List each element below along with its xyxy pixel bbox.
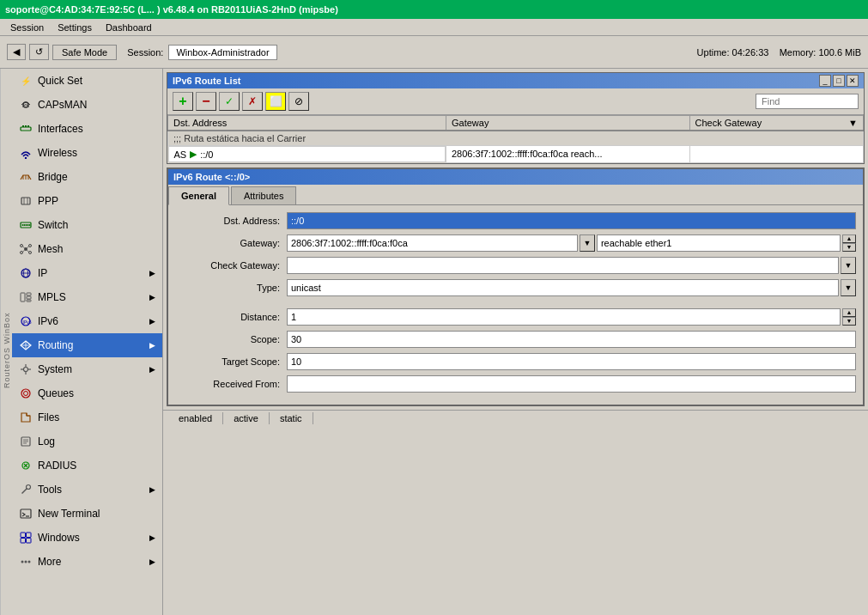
svg-point-22 (29, 252, 32, 254)
form-row-type: Type: ▼ (175, 279, 856, 296)
received-from-label: Received From: (175, 379, 287, 389)
form-row-gateway: Gateway: ▼ ▲ ▼ (175, 234, 856, 252)
back-button[interactable]: ◀ (7, 44, 26, 60)
gateway-spinner-up[interactable]: ▲ (842, 234, 856, 243)
sidebar-item-more[interactable]: More ▶ (12, 550, 162, 574)
sidebar-item-radius[interactable]: RADIUS (12, 454, 162, 478)
tab-attributes[interactable]: Attributes (231, 186, 296, 204)
sidebar-label-ipv6: IPv6 (38, 315, 58, 327)
check-route-button[interactable]: ✓ (219, 92, 240, 111)
sidebar-item-new-terminal[interactable]: New Terminal (12, 502, 162, 526)
svg-rect-2 (22, 125, 24, 127)
target-scope-input[interactable] (287, 353, 856, 370)
sidebar-item-tools[interactable]: Tools ▶ (12, 478, 162, 502)
sidebar-item-wireless[interactable]: Wireless (12, 141, 162, 165)
forward-button[interactable]: ↺ (29, 44, 49, 60)
menu-bar: Session Settings Dashboard (0, 19, 868, 36)
sidebar-item-system[interactable]: System ▶ (12, 357, 162, 381)
check-gateway-input[interactable] (287, 257, 839, 274)
row-arrow: ▶ (190, 149, 197, 160)
svg-point-43 (21, 389, 30, 398)
sidebar-item-log[interactable]: Log (12, 429, 162, 454)
table-comment-row: ;;; Ruta estática hacia el Carrier (168, 131, 864, 146)
sidebar-label-capsman: CAPsMAN (38, 99, 87, 111)
form-row-dst: Dst. Address: (175, 212, 856, 229)
sidebar-label-queues: Queues (38, 387, 74, 399)
maximize-button[interactable]: □ (833, 75, 845, 87)
filter-route-button[interactable]: ⊘ (288, 92, 309, 111)
dst-address-input[interactable] (287, 212, 856, 229)
svg-point-13 (22, 224, 24, 226)
ipv6-arrow: ▶ (149, 317, 155, 326)
sidebar-label-switch: Switch (38, 219, 68, 231)
status-active: active (223, 412, 270, 424)
more-icon (19, 555, 33, 569)
sidebar-label-interfaces: Interfaces (38, 123, 83, 135)
table-row[interactable]: AS ▶ ::/0 2806:3f7:1002::ffff:f0ca:f0ca … (168, 146, 864, 163)
minimize-button[interactable]: _ (819, 75, 831, 87)
sidebar-item-files[interactable]: Files (12, 405, 162, 429)
form-row-scope: Scope: (175, 331, 856, 348)
sidebar-label-radius: RADIUS (38, 460, 76, 472)
menu-settings[interactable]: Settings (51, 21, 99, 34)
window-title-bar: IPv6 Route List _ □ ✕ (167, 73, 864, 88)
distance-spinner-down[interactable]: ▼ (842, 317, 856, 326)
sidebar-item-interfaces[interactable]: Interfaces (12, 117, 162, 141)
remove-route-button[interactable]: − (196, 92, 216, 111)
sidebar-item-ipv6[interactable]: IPv6 IPv6 ▶ (12, 309, 162, 333)
safe-mode-button[interactable]: Safe Mode (52, 45, 117, 60)
svg-point-20 (29, 245, 32, 247)
sidebar-label-files: Files (38, 411, 59, 423)
sidebar-item-ppp[interactable]: PPP (12, 189, 162, 213)
find-input[interactable] (756, 94, 859, 109)
route-list-window: IPv6 Route List _ □ ✕ + − ✓ ✗ ⬜ ⊘ (167, 72, 865, 164)
sidebar-label-routing: Routing (38, 339, 73, 351)
svg-point-5 (25, 157, 27, 159)
ipv6-icon: IPv6 (19, 314, 33, 328)
sidebar-label-system: System (38, 363, 72, 375)
sidebar-section: ⚡ Quick Set CAPsMAN Interfaces (12, 69, 162, 574)
gateway-input[interactable] (287, 234, 578, 252)
sidebar-item-capsman[interactable]: CAPsMAN (12, 93, 162, 117)
windows-icon (19, 531, 33, 545)
type-input[interactable] (287, 279, 839, 296)
gateway-spinner: ▲ ▼ (842, 234, 856, 252)
sidebar-item-mesh[interactable]: Mesh (12, 237, 162, 261)
gateway-spinner-down[interactable]: ▼ (842, 243, 856, 252)
sidebar-label-quickset: Quick Set (38, 75, 82, 87)
dialog-title: IPv6 Route <::/0> (168, 169, 863, 185)
sidebar-item-mpls[interactable]: MPLS ▶ (12, 285, 162, 309)
sidebar-item-quickset[interactable]: ⚡ Quick Set (12, 69, 162, 93)
gateway-right-input[interactable] (597, 234, 841, 252)
add-route-button[interactable]: + (173, 92, 193, 111)
check-gateway-dropdown[interactable]: ▼ (841, 257, 856, 274)
cross-route-button[interactable]: ✗ (242, 92, 263, 111)
tools-icon (19, 483, 33, 496)
svg-point-52 (27, 485, 31, 490)
scope-input[interactable] (287, 331, 856, 348)
status-static: static (270, 412, 313, 424)
svg-line-26 (27, 251, 29, 253)
tab-general[interactable]: General (168, 186, 229, 205)
received-from-input[interactable] (287, 375, 856, 393)
distance-input[interactable] (287, 308, 841, 326)
flag-route-button[interactable]: ⬜ (265, 92, 286, 111)
svg-rect-1 (21, 127, 31, 131)
close-button[interactable]: ✕ (847, 75, 859, 87)
sidebar-item-queues[interactable]: Queues (12, 381, 162, 405)
distance-spinner: ▲ ▼ (842, 308, 856, 326)
sidebar-item-switch[interactable]: Switch (12, 213, 162, 237)
sidebar-item-ip[interactable]: IP ▶ (12, 261, 162, 285)
sidebar-item-routing[interactable]: Routing ▶ (12, 333, 162, 357)
menu-session[interactable]: Session (3, 21, 51, 34)
form-row-received-from: Received From: (175, 375, 856, 393)
routing-icon (19, 338, 33, 352)
type-dropdown[interactable]: ▼ (841, 279, 856, 296)
comment-cell: ;;; Ruta estática hacia el Carrier (168, 131, 864, 146)
sidebar-item-windows[interactable]: Windows ▶ (12, 526, 162, 550)
gateway-select-button[interactable]: ▼ (580, 234, 595, 252)
distance-spinner-up[interactable]: ▲ (842, 308, 856, 317)
menu-dashboard[interactable]: Dashboard (99, 21, 159, 34)
windows-arrow: ▶ (149, 533, 155, 542)
sidebar-item-bridge[interactable]: Bridge (12, 165, 162, 189)
